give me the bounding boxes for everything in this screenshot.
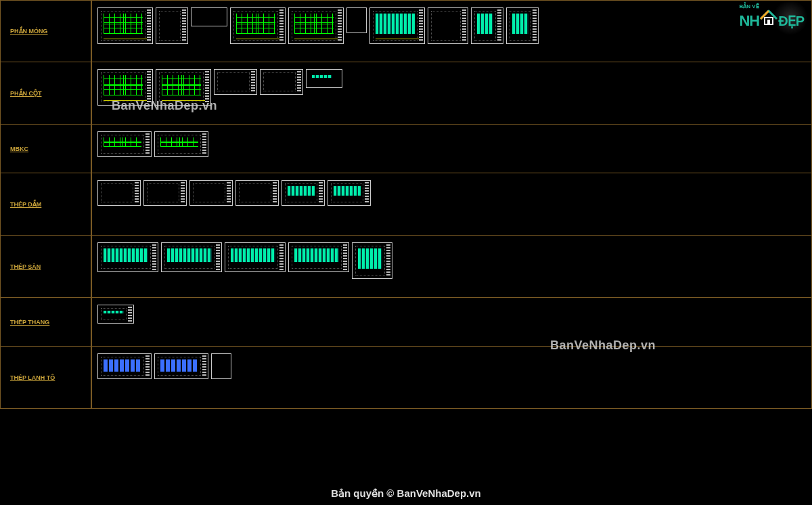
label-text: THÉP THANG (10, 319, 49, 326)
drawing-thumb[interactable] (306, 69, 342, 88)
drawing-thumb[interactable] (97, 305, 134, 324)
drawing-thumb[interactable] (346, 7, 367, 33)
drawing-thumb[interactable] (143, 180, 187, 206)
drawing-thumb[interactable] (211, 353, 231, 379)
row-label-mbkc[interactable]: MBKC (0, 125, 91, 173)
drawing-thumb[interactable] (230, 7, 286, 44)
label-text: THÉP DẦM (10, 201, 41, 208)
row-content-thep-lanh-to (91, 347, 812, 409)
drawing-thumb[interactable] (191, 7, 227, 26)
drawing-thumb[interactable] (97, 242, 158, 272)
logo-left-text: NH (739, 15, 759, 27)
footer-copyright: Bản quyền © BanVeNhaDep.vn (0, 487, 812, 500)
drawing-thumb[interactable] (156, 7, 188, 44)
drawing-thumb[interactable] (97, 7, 153, 44)
label-text: PHẦN CỘT (10, 90, 42, 97)
drawing-thumb[interactable] (161, 242, 222, 272)
row-content-mbkc (91, 125, 812, 173)
drawing-thumb[interactable] (225, 242, 286, 272)
label-text: THÉP LANH TÔ (10, 374, 55, 381)
label-text: MBKC (10, 146, 28, 152)
section-table: PHẦN MÓNG PHẦN CỘT MBKC (0, 0, 812, 409)
drawing-thumb[interactable] (369, 7, 425, 44)
drawing-thumb[interactable] (328, 180, 371, 206)
drawing-thumb[interactable] (506, 7, 539, 44)
row-content-phan-cot (91, 62, 812, 125)
drawing-thumb[interactable] (352, 242, 392, 279)
row-label-thep-thang[interactable]: THÉP THANG (0, 298, 91, 347)
drawing-thumb[interactable] (154, 131, 208, 157)
svg-rect-1 (767, 20, 770, 24)
drawing-thumb[interactable] (288, 242, 349, 272)
logo-right-text: ĐẸP (778, 16, 804, 26)
label-text: PHẦN MÓNG (10, 28, 48, 35)
row-label-phan-cot[interactable]: PHẦN CỘT (0, 62, 91, 125)
row-content-thep-san (91, 236, 812, 298)
drawing-thumb[interactable] (97, 353, 152, 379)
watermark-text: BanVeNhaDep.vn (550, 338, 656, 353)
drawing-thumb[interactable] (97, 180, 141, 206)
house-icon (759, 9, 778, 26)
logo-top-text: BẢN VẼ (739, 4, 759, 9)
row-content-thep-dam (91, 173, 812, 236)
drawing-thumb[interactable] (214, 69, 257, 95)
drawing-thumb[interactable] (189, 180, 233, 206)
row-content-phan-mong (91, 0, 812, 62)
drawing-thumb[interactable] (471, 7, 503, 44)
label-text: THÉP SÀN (10, 263, 41, 270)
drawing-thumb[interactable] (281, 180, 325, 206)
watermark-text: BanVeNhaDep.vn (112, 99, 217, 113)
drawing-thumb[interactable] (428, 7, 468, 44)
drawing-thumb[interactable] (260, 69, 303, 95)
drawing-thumb[interactable] (235, 180, 279, 206)
drawing-thumb[interactable] (97, 131, 152, 157)
site-logo[interactable]: BẢN VẼ NH ĐẸP (739, 4, 804, 27)
row-label-thep-lanh-to[interactable]: THÉP LANH TÔ (0, 347, 91, 409)
row-content-thep-thang (91, 298, 812, 347)
row-label-thep-dam[interactable]: THÉP DẦM (0, 173, 91, 236)
row-label-thep-san[interactable]: THÉP SÀN (0, 236, 91, 298)
row-label-phan-mong[interactable]: PHẦN MÓNG (0, 0, 91, 62)
drawing-thumb[interactable] (154, 353, 208, 379)
drawing-thumb[interactable] (288, 7, 344, 44)
